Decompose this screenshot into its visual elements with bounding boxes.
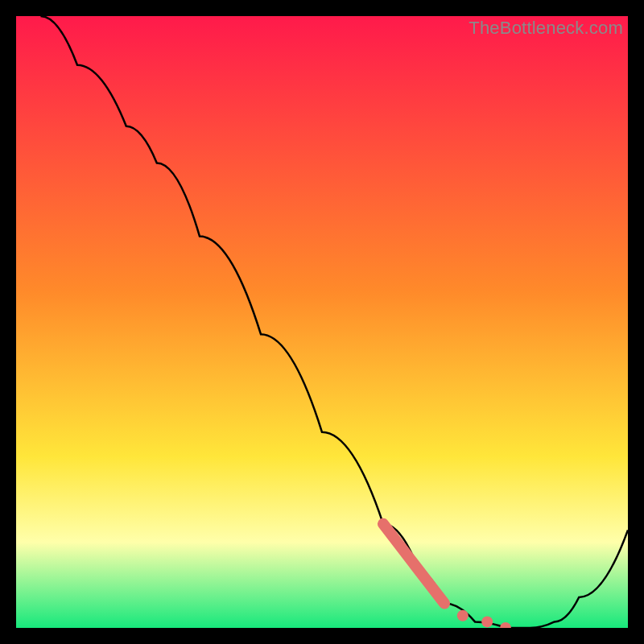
gradient-background xyxy=(16,16,628,628)
chart-svg xyxy=(16,16,628,628)
watermark-text: TheBottleneck.com xyxy=(469,18,623,39)
highlight-dot xyxy=(481,616,493,627)
chart-frame: TheBottleneck.com xyxy=(16,16,628,628)
highlight-dot xyxy=(457,610,469,621)
